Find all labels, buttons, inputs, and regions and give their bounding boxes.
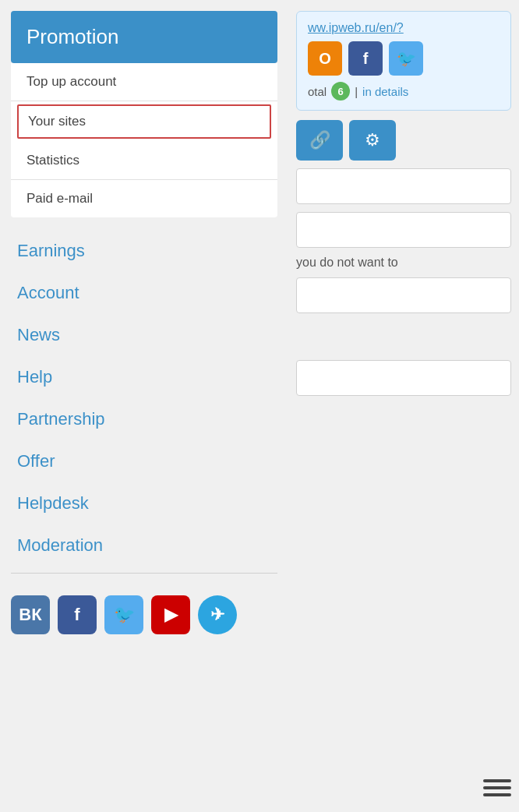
nav-offer[interactable]: Offer xyxy=(11,440,277,482)
submenu-statistics[interactable]: Statistics xyxy=(11,142,277,180)
sidebar-nav: Earnings Account News Help Partnership O… xyxy=(0,230,288,567)
submenu-paid-email[interactable]: Paid e-mail xyxy=(11,180,277,217)
vk-icon: ВК xyxy=(19,605,41,625)
hint-text: you do not want to xyxy=(296,256,511,270)
input-field-2[interactable] xyxy=(296,212,511,248)
nav-moderation[interactable]: Moderation xyxy=(11,524,277,567)
social-facebook-button[interactable]: f xyxy=(58,595,97,634)
nav-helpdesk[interactable]: Helpdesk xyxy=(11,482,277,524)
input-field-1[interactable] xyxy=(296,168,511,204)
hamburger-line-1 xyxy=(483,779,511,782)
settings-button[interactable]: ⚙ xyxy=(349,120,396,161)
url-text[interactable]: ww.ipweb.ru/en/? xyxy=(308,21,500,35)
tw-social-icon[interactable]: 🐦 xyxy=(389,41,423,76)
nav-earnings[interactable]: Earnings xyxy=(11,230,277,272)
right-panel: ww.ipweb.ru/en/? О f 🐦 otal 6 | in detai… xyxy=(288,0,519,812)
submenu-top-up-account[interactable]: Top up account xyxy=(11,63,277,101)
promotion-title: Promotion xyxy=(26,25,119,48)
stats-count-badge: 6 xyxy=(331,82,350,101)
social-icons-row: О f 🐦 xyxy=(308,41,500,76)
action-buttons: 🔗 ⚙ xyxy=(296,120,511,161)
url-box: ww.ipweb.ru/en/? О f 🐦 otal 6 | in detai… xyxy=(296,11,511,111)
input-field-3[interactable] xyxy=(296,277,511,313)
hamburger-line-3 xyxy=(483,793,511,796)
facebook-icon: f xyxy=(74,605,79,625)
sidebar: Promotion Top up account Your sites Stat… xyxy=(0,0,288,812)
link-button[interactable]: 🔗 xyxy=(296,120,343,161)
stats-total-label: otal xyxy=(308,85,327,98)
link-icon: 🔗 xyxy=(309,130,330,150)
twitter-icon: 🐦 xyxy=(114,605,135,625)
social-vk-button[interactable]: ВК xyxy=(11,595,50,634)
nav-partnership[interactable]: Partnership xyxy=(11,398,277,440)
gear-icon: ⚙ xyxy=(365,130,380,150)
nav-news[interactable]: News xyxy=(11,314,277,356)
nav-help[interactable]: Help xyxy=(11,356,277,398)
stats-pipe: | xyxy=(355,85,358,98)
fb-social-icon[interactable]: f xyxy=(348,41,383,76)
sidebar-social-buttons: ВК f 🐦 ▶ ✈ xyxy=(0,583,288,647)
submenu-your-sites[interactable]: Your sites xyxy=(17,104,271,139)
nav-account[interactable]: Account xyxy=(11,272,277,314)
social-twitter-button[interactable]: 🐦 xyxy=(104,595,143,634)
sidebar-divider xyxy=(11,573,277,574)
promotion-submenu: Top up account Your sites Statistics Pai… xyxy=(11,63,277,217)
hamburger-line-2 xyxy=(483,786,511,789)
telegram-icon: ✈ xyxy=(210,605,224,625)
social-telegram-button[interactable]: ✈ xyxy=(198,595,237,634)
social-youtube-button[interactable]: ▶ xyxy=(151,595,190,634)
stats-row: otal 6 | in details xyxy=(308,82,500,101)
ok-social-icon[interactable]: О xyxy=(308,41,342,76)
hamburger-menu[interactable] xyxy=(483,779,511,796)
input-field-4[interactable] xyxy=(296,360,511,396)
in-details-link[interactable]: in details xyxy=(362,85,408,98)
promotion-header[interactable]: Promotion xyxy=(11,11,277,63)
youtube-icon: ▶ xyxy=(164,605,178,625)
